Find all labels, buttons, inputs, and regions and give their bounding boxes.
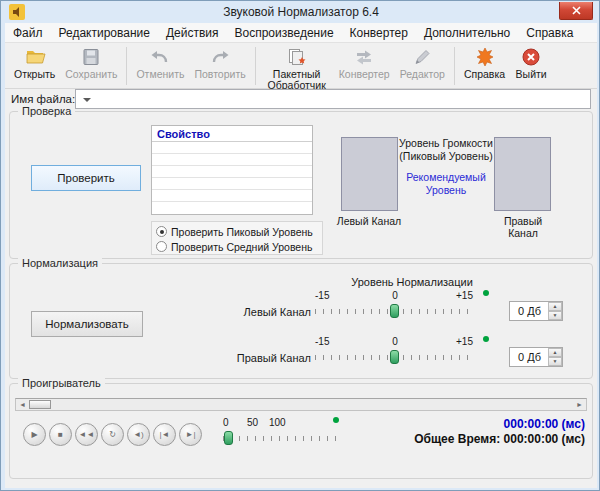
scale-end-dot [483,290,489,296]
toolbar-separator [454,47,455,85]
left-spin-down-button[interactable]: ▼ [548,311,562,320]
exit-icon [520,46,542,68]
volume-icon: ◄) [133,430,144,439]
menu-item-actions[interactable]: Действия [158,24,227,42]
table-row [152,202,312,214]
left-level-scale: -15 0 +15 [315,290,475,302]
batch-processor-icon [286,46,308,68]
stop-icon: ■ [58,430,63,439]
repeat-button[interactable]: ↻ [101,423,124,446]
check-mode-panel: Проверить Пиковый Уровень Проверить Сред… [151,221,323,255]
slider-left-arrow-icon: ◄ [19,400,26,410]
menu-item-converter[interactable]: Конвертер [342,24,416,42]
scale-min-label: -15 [315,290,329,301]
normalize-left-channel-label: Левый Канал [229,306,311,318]
play-button[interactable]: ▶ [23,423,46,446]
property-table-header: Свойство [152,126,312,142]
total-time-label: Общее Время: [414,432,500,446]
help-icon [474,46,496,68]
redo-label: Повторить [194,69,245,80]
right-level-slider-thumb[interactable] [390,350,399,364]
right-level-spinbox[interactable]: 0 Дб ▲ ▼ [509,347,563,367]
radio-unselected-icon [156,241,167,252]
exit-button[interactable]: Выйти [510,45,552,81]
check-button[interactable]: Проверить [31,165,141,191]
normalize-button[interactable]: Нормализовать [31,311,143,337]
table-row [152,166,312,178]
filename-input[interactable] [94,91,588,107]
menu-item-extra[interactable]: Дополнительно [416,24,518,42]
repeat-icon: ↻ [109,430,116,439]
volume-scale-100: 100 [269,417,286,428]
converter-button: Конвертер [334,45,395,81]
filename-label: Имя файла: [11,93,75,105]
undo-button: Отменить [131,45,189,81]
batch-processor-button[interactable]: Пакетный Обработчик [260,45,334,92]
help-button[interactable]: Справка [459,45,510,81]
help-label: Справка [464,69,505,80]
scale-mid-label: 0 [392,290,398,301]
position-slider[interactable]: ◄ ► [15,398,587,411]
level-captions: Уровень Громкости (Пиковый Уровень) Реко… [398,137,494,197]
left-level-slider[interactable] [315,304,475,318]
previous-button[interactable]: |◄ [153,423,176,446]
current-time: 000:00:00 (мс) [504,417,585,431]
stop-button[interactable]: ■ [49,423,72,446]
window-title: Звуковой Нормализатор 6.4 [2,5,600,19]
toolbar-separator [255,47,256,85]
save-label: Сохранить [65,69,117,80]
batch-processor-label: Пакетный Обработчик [265,69,329,91]
right-spin-down-button[interactable]: ▼ [548,357,562,366]
radio-check-average-level[interactable]: Проверить Средний Уровень [156,239,318,254]
check-group-label: Проверка [18,105,75,117]
player-group-label: Проигрыватель [18,377,105,389]
position-slider-thumb[interactable] [29,400,51,409]
radio-check-peak-level[interactable]: Проверить Пиковый Уровень [156,224,318,239]
next-icon: ►| [186,430,196,439]
right-spin-up-button[interactable]: ▲ [548,348,562,357]
menu-item-playback[interactable]: Воспроизведение [227,24,342,42]
redo-button: Повторить [189,45,250,81]
toolbar: Открыть Сохранить Отменить Повторить [5,43,597,89]
converter-icon [353,46,375,68]
redo-icon [209,46,231,68]
volume-button[interactable]: ◄) [127,423,150,446]
filename-combobox[interactable] [75,89,591,109]
scale-min-label: -15 [315,336,329,347]
left-level-spinbox[interactable]: 0 Дб ▲ ▼ [509,301,563,321]
right-level-slider[interactable] [315,350,475,364]
recommended-level-link-line2[interactable]: Уровень [398,184,494,197]
rewind-icon: ◄◄ [79,430,95,439]
next-button[interactable]: ►| [179,423,202,446]
volume-slider-thumb[interactable] [224,431,233,445]
table-row [152,190,312,202]
app-window: Звуковой Нормализатор 6.4 Файл Редактиро… [0,0,600,491]
volume-level-caption-line2: (Пиковый Уровень) [398,150,494,163]
left-spin-up-button[interactable]: ▲ [548,302,562,311]
volume-slider[interactable] [223,431,339,445]
editor-button: Редактор [395,45,450,81]
recommended-level-link-line1[interactable]: Рекомендуемый [398,171,494,184]
open-button[interactable]: Открыть [9,45,60,81]
current-time-value: 000:00:00 [504,417,559,431]
close-button[interactable] [559,2,593,20]
rewind-button[interactable]: ◄◄ [75,423,98,446]
menu-item-file[interactable]: Файл [5,24,51,42]
menu-item-edit[interactable]: Редактирование [51,24,158,42]
undo-icon [149,46,171,68]
previous-icon: |◄ [160,430,170,439]
volume-scale: 0 50 100 [223,417,343,428]
radio-average-label: Проверить Средний Уровень [171,241,312,253]
total-time-unit: (мс) [562,432,585,446]
normalize-right-channel-label: Правый Канал [229,352,311,364]
right-level-scale: -15 0 +15 [315,336,475,348]
slider-right-arrow-icon: ► [576,400,583,410]
toolbar-separator [126,47,127,85]
undo-label: Отменить [136,69,184,80]
player-buttons: ▶ ■ ◄◄ ↻ ◄) |◄ ►| [23,423,202,446]
menu-item-help[interactable]: Справка [518,24,581,42]
editor-label: Редактор [400,69,445,80]
open-folder-icon [24,46,46,68]
left-level-slider-thumb[interactable] [390,304,399,318]
table-row [152,142,312,154]
